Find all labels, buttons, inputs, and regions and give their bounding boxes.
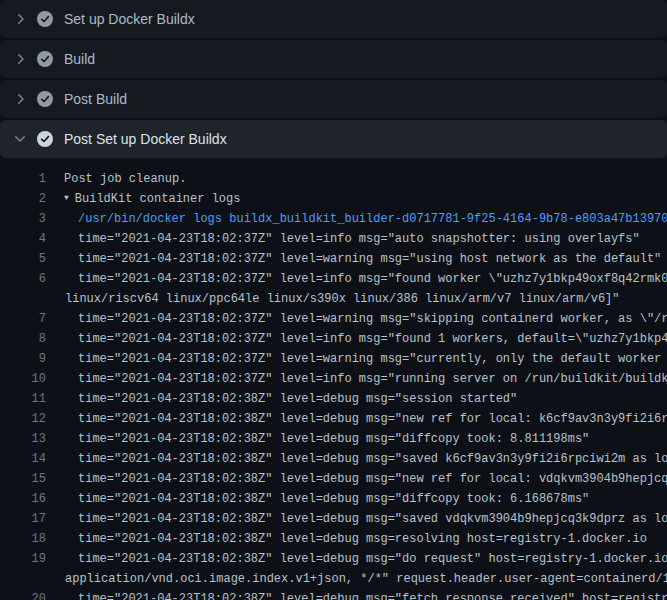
log-text: time="2021-04-23T18:02:38Z" level=debug … (78, 489, 589, 509)
log-text: time="2021-04-23T18:02:38Z" level=debug … (78, 589, 667, 600)
line-number[interactable]: 12 (0, 409, 46, 429)
check-circle-icon (37, 11, 53, 27)
log-text: time="2021-04-23T18:02:38Z" level=debug … (78, 509, 667, 529)
log-text: time="2021-04-23T18:02:38Z" level=debug … (78, 449, 667, 469)
line-number[interactable]: 17 (0, 509, 46, 529)
line-number[interactable]: 20 (0, 589, 46, 600)
log-text: time="2021-04-23T18:02:37Z" level=info m… (78, 229, 640, 249)
log-text: time="2021-04-23T18:02:38Z" level=debug … (78, 409, 667, 429)
line-number[interactable]: 16 (0, 489, 46, 509)
log-row: 19time="2021-04-23T18:02:38Z" level=debu… (0, 549, 667, 569)
line-number[interactable]: 11 (0, 389, 46, 409)
log-row: 18time="2021-04-23T18:02:38Z" level=debu… (0, 529, 667, 549)
log-row: 8time="2021-04-23T18:02:37Z" level=info … (0, 329, 667, 349)
step-label: Build (64, 51, 95, 67)
steps-list: Set up Docker BuildxBuildPost BuildPost … (0, 0, 667, 158)
line-number[interactable]: 7 (0, 309, 46, 329)
line-number[interactable]: 9 (0, 349, 46, 369)
log-text: linux/riscv64 linux/ppc64le linux/s390x … (65, 289, 620, 309)
chevron-right-icon (12, 11, 28, 27)
log-text: BuildKit container logs (75, 192, 241, 206)
log-text: time="2021-04-23T18:02:38Z" level=debug … (78, 549, 667, 569)
triangle-down-icon: ▼ (64, 188, 69, 208)
log-row: 7time="2021-04-23T18:02:37Z" level=warni… (0, 309, 667, 329)
log-row: 16time="2021-04-23T18:02:38Z" level=debu… (0, 489, 667, 509)
line-number[interactable]: 10 (0, 369, 46, 389)
line-number[interactable]: 4 (0, 229, 46, 249)
log-group-header[interactable]: ▼BuildKit container logs (64, 189, 240, 209)
check-circle-icon (37, 131, 53, 147)
log-text: application/vnd.oci.image.index.v1+json,… (65, 569, 667, 589)
log-row: 5time="2021-04-23T18:02:37Z" level=warni… (0, 249, 667, 269)
line-number[interactable]: 13 (0, 429, 46, 449)
log-text: time="2021-04-23T18:02:37Z" level=info m… (78, 369, 667, 389)
line-number[interactable]: 19 (0, 549, 46, 569)
log-text: /usr/bin/docker logs buildx_buildkit_bui… (78, 209, 667, 229)
log-text: time="2021-04-23T18:02:38Z" level=debug … (78, 429, 589, 449)
line-number[interactable]: 18 (0, 529, 46, 549)
log-row: 6time="2021-04-23T18:02:37Z" level=info … (0, 269, 667, 289)
log-text: time="2021-04-23T18:02:37Z" level=info m… (78, 329, 667, 349)
log-text: time="2021-04-23T18:02:37Z" level=warnin… (78, 349, 667, 369)
chevron-right-icon (12, 51, 28, 67)
line-number[interactable] (0, 569, 46, 589)
line-number[interactable]: 3 (0, 209, 46, 229)
log-text: time="2021-04-23T18:02:37Z" level=warnin… (78, 309, 667, 329)
step-label: Set up Docker Buildx (64, 11, 195, 27)
log-row: 14time="2021-04-23T18:02:38Z" level=debu… (0, 449, 667, 469)
line-number[interactable]: 15 (0, 469, 46, 489)
line-number[interactable]: 14 (0, 449, 46, 469)
log-row: 12time="2021-04-23T18:02:38Z" level=debu… (0, 409, 667, 429)
line-number[interactable] (0, 289, 46, 309)
chevron-down-icon (12, 131, 28, 147)
line-number[interactable]: 5 (0, 249, 46, 269)
chevron-right-icon (12, 91, 28, 107)
step-row[interactable]: Set up Docker Buildx (0, 0, 667, 38)
step-row[interactable]: Post Set up Docker Buildx (0, 120, 667, 158)
step-label: Post Build (64, 91, 127, 107)
log-row: 13time="2021-04-23T18:02:38Z" level=debu… (0, 429, 667, 449)
line-number[interactable]: 6 (0, 269, 46, 289)
log-row: 15time="2021-04-23T18:02:38Z" level=debu… (0, 469, 667, 489)
step-label: Post Set up Docker Buildx (64, 131, 227, 147)
log-row: 11time="2021-04-23T18:02:38Z" level=debu… (0, 389, 667, 409)
log-text: time="2021-04-23T18:02:38Z" level=debug … (78, 469, 667, 489)
line-number[interactable]: 1 (0, 169, 46, 189)
log-row: 1Post job cleanup. (0, 169, 667, 189)
log-text: Post job cleanup. (64, 169, 186, 189)
log-row: 4time="2021-04-23T18:02:37Z" level=info … (0, 229, 667, 249)
log-row: 3/usr/bin/docker logs buildx_buildkit_bu… (0, 209, 667, 229)
log-row: 17time="2021-04-23T18:02:38Z" level=debu… (0, 509, 667, 529)
log-row: 20time="2021-04-23T18:02:38Z" level=debu… (0, 589, 667, 600)
log-text: time="2021-04-23T18:02:37Z" level=warnin… (78, 249, 661, 269)
line-number[interactable]: 2 (0, 189, 46, 209)
log-row: 2▼BuildKit container logs (0, 189, 667, 209)
log-row: 10time="2021-04-23T18:02:37Z" level=info… (0, 369, 667, 389)
log-row: linux/riscv64 linux/ppc64le linux/s390x … (0, 289, 667, 309)
log-text: time="2021-04-23T18:02:38Z" level=debug … (78, 529, 647, 549)
step-row[interactable]: Build (0, 40, 667, 78)
log-text: time="2021-04-23T18:02:37Z" level=info m… (78, 269, 667, 289)
log-text: time="2021-04-23T18:02:38Z" level=debug … (78, 389, 517, 409)
step-row[interactable]: Post Build (0, 80, 667, 118)
check-circle-icon (37, 91, 53, 107)
check-circle-icon (37, 51, 53, 67)
log-row: 9time="2021-04-23T18:02:37Z" level=warni… (0, 349, 667, 369)
line-number[interactable]: 8 (0, 329, 46, 349)
log-row: application/vnd.oci.image.index.v1+json,… (0, 569, 667, 589)
log-viewer: 1Post job cleanup.2▼BuildKit container l… (0, 160, 667, 600)
workflow-log-panel: Set up Docker BuildxBuildPost BuildPost … (0, 0, 667, 600)
